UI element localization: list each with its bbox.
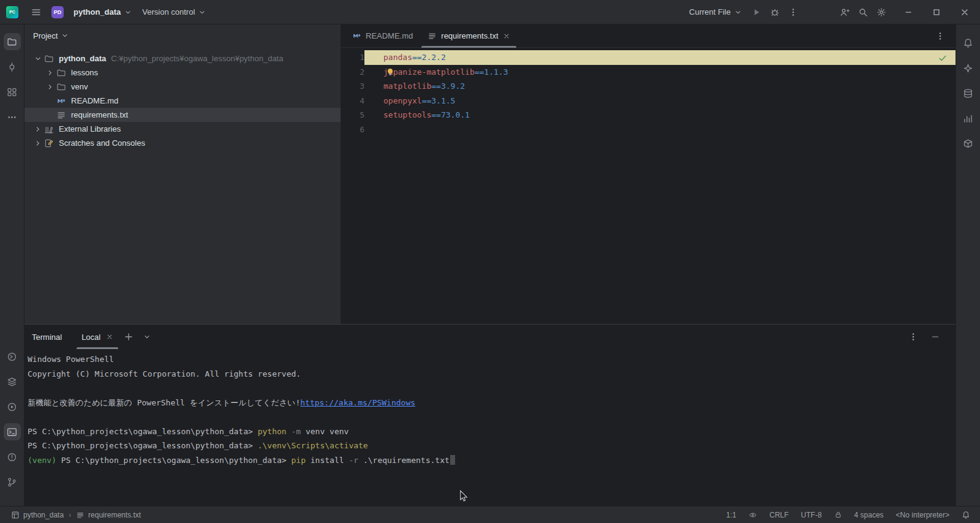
chevron-collapsed-icon[interactable] [32, 125, 44, 134]
plus-icon [124, 332, 134, 342]
terminal-line: Copyright (C) Microsoft Corporation. All… [28, 367, 948, 382]
project-panel-title: Project [33, 31, 58, 40]
indent-widget[interactable]: 4 spaces [851, 508, 888, 522]
readonly-widget[interactable] [831, 508, 846, 522]
project-selector[interactable]: python_data [69, 3, 137, 21]
tree-item-external-libraries[interactable]: External Libraries [24, 122, 341, 136]
package-name: matplotlib [383, 81, 431, 91]
status-notifications-button[interactable] [958, 508, 974, 522]
status-project-widget[interactable]: python_data [7, 508, 67, 522]
chevron-collapsed-icon[interactable] [44, 69, 56, 77]
tab-requirements[interactable]: requirements.txt [420, 24, 517, 47]
window-maximize-button[interactable] [926, 3, 947, 21]
project-selector-label: python_data [74, 7, 121, 17]
settings-button[interactable] [872, 3, 891, 21]
package-name: openpyxl [383, 96, 422, 105]
breadcrumb-separator: › [67, 511, 72, 519]
search-icon [858, 7, 868, 17]
more-tool-windows-button[interactable] [4, 108, 21, 126]
notifications-button[interactable] [960, 34, 977, 51]
chevron-collapsed-icon[interactable] [44, 83, 56, 91]
terminal-tab-label: Local [81, 333, 100, 342]
project-tree: python_data C:¥python_projects¥ogawa_les… [24, 51, 341, 150]
terminal-line: Windows PowerShell [28, 352, 948, 367]
chevron-down-icon [61, 31, 69, 40]
tab-close-icon[interactable] [106, 333, 113, 341]
terminal-line [28, 410, 948, 424]
tree-item-python-data[interactable]: python_data C:¥python_projects¥ogawa_les… [24, 51, 341, 66]
chevron-expanded-icon[interactable] [32, 55, 44, 63]
terminal-tool-button[interactable] [4, 423, 21, 440]
sparkle-icon [963, 63, 973, 73]
python-console-tool-button[interactable] [4, 348, 21, 365]
status-project-label: python_data [23, 511, 64, 519]
tab-readme[interactable]: README.md [345, 24, 420, 47]
encoding-widget[interactable]: UTF-8 [797, 508, 826, 522]
tree-item-label: venv [71, 82, 88, 91]
tree-item-lessons[interactable]: lessons [24, 66, 341, 80]
code-with-me-button[interactable] [835, 3, 854, 21]
search-everywhere-button[interactable] [854, 3, 872, 21]
package-box-icon [963, 138, 973, 149]
run-configuration-label: Current File [689, 7, 731, 17]
code-line: 5 setuptools==73.0.1 [341, 108, 956, 122]
editor-options-button[interactable] [931, 27, 949, 45]
package-version: ==3.9.2 [431, 81, 465, 91]
database-tool-button[interactable] [960, 85, 977, 102]
problems-tool-button[interactable] [4, 448, 21, 465]
package-version: ==3.1.5 [422, 96, 456, 105]
python-packages-tool-button[interactable] [4, 373, 21, 390]
project-panel-header[interactable]: Project [24, 24, 341, 47]
terminal-link[interactable]: https://aka.ms/PSWindows [300, 398, 415, 407]
debug-button[interactable] [766, 3, 784, 21]
more-actions-button[interactable] [784, 3, 802, 21]
tree-item-venv[interactable]: venv [24, 80, 341, 94]
run-configuration-selector[interactable]: Current File [684, 3, 747, 21]
markdown-file-icon [56, 96, 67, 106]
version-control-selector[interactable]: Version control [137, 3, 211, 21]
tree-item-readme[interactable]: README.md [24, 94, 341, 108]
python-packages-right-tool-button[interactable] [960, 135, 977, 152]
tab-close-icon[interactable] [503, 32, 510, 40]
terminal-header: Terminal Local [24, 325, 956, 349]
chevron-down-icon [734, 8, 742, 17]
services-tool-button[interactable] [4, 398, 21, 415]
inspections-ok-icon[interactable] [938, 54, 947, 62]
version-control-tool-button[interactable] [4, 473, 21, 491]
close-icon [960, 8, 969, 17]
status-file-widget[interactable]: requirements.txt [72, 508, 145, 522]
minimize-icon [931, 333, 940, 341]
structure-tool-button[interactable] [4, 83, 21, 100]
interpreter-widget[interactable]: <No interpreter> [892, 508, 953, 522]
package-name: japanize-matplotlib [383, 67, 475, 77]
commit-tool-button[interactable] [4, 58, 21, 75]
text-file-icon [76, 511, 85, 519]
editor-body[interactable]: 1 pandas==2.2.2 2 japanize-matplotlib==1… [341, 48, 956, 324]
inspections-widget[interactable] [745, 508, 761, 522]
project-tool-button[interactable] [4, 33, 21, 50]
terminal-tab-dropdown-button[interactable] [138, 328, 156, 346]
new-terminal-tab-button[interactable] [119, 328, 138, 346]
layers-icon [7, 377, 17, 387]
terminal-options-button[interactable] [904, 328, 922, 346]
tree-item-requirements[interactable]: requirements.txt [24, 108, 341, 122]
terminal-tab-local[interactable]: Local [75, 325, 119, 349]
sci-view-tool-button[interactable] [960, 110, 977, 127]
ai-assistant-tool-button[interactable] [960, 59, 977, 77]
main-menu-hamburger-icon[interactable] [27, 3, 45, 21]
tree-item-scratches[interactable]: Scratches and Consoles [24, 136, 341, 150]
hide-terminal-button[interactable] [926, 328, 944, 346]
chevron-collapsed-icon[interactable] [32, 139, 44, 148]
more-vertical-icon [788, 7, 798, 17]
scratches-icon [44, 138, 55, 148]
window-close-button[interactable] [954, 3, 975, 21]
terminal-output[interactable]: Windows PowerShell Copyright (C) Microso… [24, 349, 956, 506]
user-plus-icon [840, 7, 850, 17]
window-minimize-button[interactable] [898, 3, 919, 21]
package-version: ==1.1.3 [475, 67, 508, 77]
run-button[interactable] [747, 3, 766, 21]
line-ending-widget[interactable]: CRLF [766, 508, 792, 522]
code-line: 2 japanize-matplotlib==1.1.3 [341, 65, 956, 80]
caret-position-widget[interactable]: 1:1 [723, 508, 741, 522]
intention-bulb-icon[interactable] [386, 68, 394, 76]
